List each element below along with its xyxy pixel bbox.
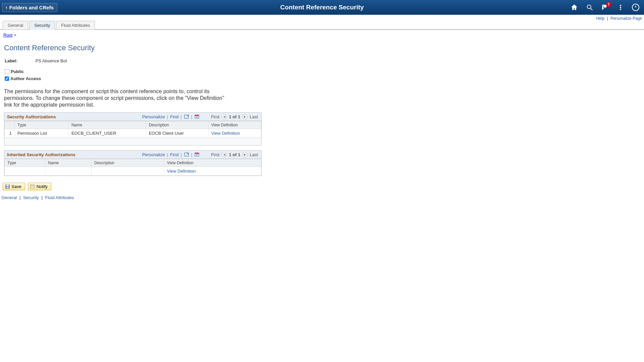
- download-icon[interactable]: [194, 152, 200, 157]
- grid-header: Inherited Security Authorizations Person…: [4, 150, 261, 159]
- page-heading: Content Reference Security: [0, 40, 644, 58]
- download-icon[interactable]: [194, 114, 200, 119]
- grid-footer-blank: [4, 138, 261, 145]
- view-definition-link[interactable]: View Definition: [167, 169, 196, 174]
- find-link[interactable]: Find: [170, 114, 178, 119]
- next-arrow-icon[interactable]: ▶: [242, 152, 248, 157]
- notification-badge: 7: [606, 2, 611, 7]
- col-type[interactable]: Type: [5, 159, 45, 167]
- prev-arrow-icon[interactable]: ◀: [221, 152, 227, 157]
- grid-header: Security Authorizations Personalize | Fi…: [4, 113, 261, 121]
- find-link[interactable]: Find: [170, 152, 178, 157]
- inherited-authorizations-grid: Inherited Security Authorizations Person…: [4, 150, 262, 176]
- first-link[interactable]: First: [210, 152, 220, 157]
- navbar-icon[interactable]: [632, 4, 639, 11]
- notifications-icon[interactable]: 7: [601, 3, 609, 11]
- public-checkbox[interactable]: [5, 69, 9, 74]
- last-link[interactable]: Last: [249, 152, 259, 157]
- notify-button[interactable]: Notify: [28, 183, 51, 190]
- col-blank: [5, 121, 15, 129]
- cell-description: [91, 167, 164, 176]
- col-view-definition[interactable]: View Definition: [164, 159, 261, 167]
- col-description[interactable]: Description: [146, 121, 208, 129]
- bottom-link-fluid-attributes[interactable]: Fluid Attributes: [45, 195, 74, 200]
- description-paragraph: The permissions for the component or scr…: [0, 86, 235, 112]
- save-label: Save: [11, 184, 21, 189]
- page-title-banner: Content Reference Security: [280, 4, 364, 11]
- first-link[interactable]: First: [210, 114, 220, 119]
- col-name[interactable]: Name: [68, 121, 146, 129]
- svg-point-0: [587, 5, 591, 9]
- save-icon: [5, 184, 10, 189]
- row-counter: 1 of 1: [228, 114, 241, 119]
- notify-icon: [30, 184, 35, 189]
- notify-label: Notify: [37, 184, 48, 189]
- breadcrumb-root-link[interactable]: Root: [3, 33, 12, 38]
- bottom-link-security[interactable]: Security: [23, 195, 39, 200]
- back-button[interactable]: ‹ Folders and CRefs: [2, 3, 57, 12]
- svg-point-2: [620, 5, 621, 6]
- row-counter: 1 of 1: [228, 152, 241, 157]
- breadcrumb-sep: >: [14, 33, 16, 38]
- public-check-line: Public: [5, 68, 639, 75]
- cell-view-definition: View Definition: [164, 167, 261, 176]
- grid-toolbar: Personalize | Find | | First ◀ 1 of 1 ▶ …: [142, 114, 259, 119]
- back-label: Folders and CRefs: [9, 5, 54, 10]
- col-type[interactable]: Type: [15, 121, 69, 129]
- security-authorizations-grid: Security Authorizations Personalize | Fi…: [4, 112, 262, 145]
- last-link[interactable]: Last: [249, 114, 259, 119]
- save-button[interactable]: Save: [3, 183, 25, 190]
- cell-type: [5, 167, 45, 176]
- zoom-icon[interactable]: [184, 114, 189, 119]
- author-check-line: Author Access: [5, 75, 639, 82]
- svg-rect-7: [195, 115, 199, 116]
- svg-rect-16: [6, 185, 9, 186]
- col-name[interactable]: Name: [45, 159, 92, 167]
- help-line: Help | Personalize Page: [0, 15, 644, 21]
- col-view-definition[interactable]: View Definition: [208, 121, 261, 129]
- view-definition-link[interactable]: View Definition: [211, 131, 240, 136]
- banner-icon-group: 7: [570, 3, 644, 11]
- personalize-page-link[interactable]: Personalize Page: [610, 16, 642, 21]
- checkbox-group: Public Author Access: [0, 68, 644, 86]
- author-label: Author Access: [10, 76, 41, 81]
- top-banner: ‹ Folders and CRefs Content Reference Se…: [0, 0, 644, 15]
- cell-type: Permission List: [15, 129, 69, 138]
- grid-toolbar: Personalize | Find | | First ◀ 1 of 1 ▶ …: [142, 152, 259, 157]
- security-auth-table: Type Name Description View Definition 1 …: [4, 121, 261, 138]
- zoom-icon[interactable]: [184, 152, 189, 157]
- svg-point-4: [620, 9, 621, 10]
- actions-menu-icon[interactable]: [616, 3, 625, 11]
- label-row: Label: PS Absence Bot: [0, 58, 644, 68]
- search-icon[interactable]: [586, 3, 594, 11]
- personalize-link[interactable]: Personalize: [142, 114, 165, 119]
- table-row: View Definition: [5, 167, 261, 176]
- personalize-link[interactable]: Personalize: [142, 152, 165, 157]
- row-number: 1: [5, 129, 15, 138]
- cell-name: [45, 167, 92, 176]
- cell-name: EOCB_CLIENT_USER: [68, 129, 146, 138]
- cell-description: EOCB Client User: [146, 129, 208, 138]
- separator: |: [605, 16, 609, 21]
- bottom-link-general[interactable]: General: [1, 195, 17, 200]
- label-value: PS Absence Bot: [36, 58, 67, 63]
- svg-point-3: [620, 7, 621, 8]
- next-arrow-icon[interactable]: ▶: [242, 114, 248, 119]
- help-link[interactable]: Help: [596, 16, 604, 21]
- tab-general[interactable]: General: [3, 21, 28, 29]
- grid-title: Inherited Security Authorizations: [7, 152, 75, 157]
- tab-strip: General Security Fluid Attributes: [0, 21, 644, 30]
- tab-security[interactable]: Security: [29, 21, 55, 30]
- breadcrumb: Root >: [0, 30, 644, 40]
- author-checkbox[interactable]: [5, 76, 9, 81]
- bottom-links: General | Security | Fluid Attributes: [0, 194, 644, 207]
- svg-rect-12: [195, 153, 199, 154]
- prev-arrow-icon[interactable]: ◀: [221, 114, 227, 119]
- svg-rect-17: [6, 187, 9, 188]
- cell-view-definition: View Definition: [208, 129, 261, 138]
- svg-line-1: [591, 8, 593, 10]
- col-description[interactable]: Description: [91, 159, 164, 167]
- home-icon[interactable]: [570, 3, 578, 11]
- tab-fluid-attributes[interactable]: Fluid Attributes: [56, 21, 95, 29]
- action-buttons: Save Notify: [0, 181, 644, 194]
